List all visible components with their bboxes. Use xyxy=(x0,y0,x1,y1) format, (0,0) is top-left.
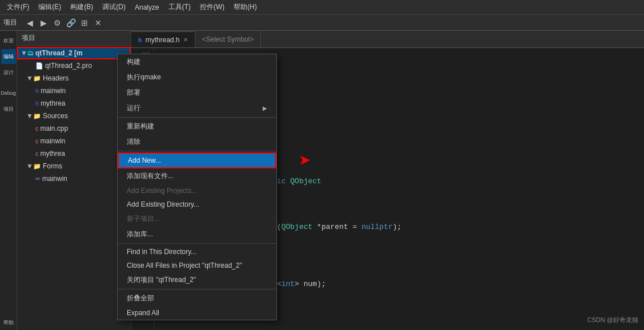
project-panel: 项目 ▼ 🗂 qtThread_2 [m 📄 qtThread_2.pro ▼ … xyxy=(17,31,131,330)
pro-icon: 📄 xyxy=(35,62,43,70)
tree-view[interactable]: ▼ 🗂 qtThread_2 [m 📄 qtThread_2.pro ▼ 📁 H… xyxy=(17,46,131,330)
tree-item-pro[interactable]: 📄 qtThread_2.pro xyxy=(17,59,131,72)
menu-controls[interactable]: 控件(W) xyxy=(195,1,229,13)
menu-build[interactable]: 构建(B) xyxy=(66,1,98,13)
menu-tools[interactable]: 工具(T) xyxy=(164,1,195,13)
root-icon: 🗂 xyxy=(27,50,34,57)
sidebar-icon-help[interactable]: 帮助 xyxy=(1,315,16,330)
tab-select-symbol[interactable]: <Select Symbol> xyxy=(195,31,261,47)
pro-label: qtThread_2.pro xyxy=(45,62,92,70)
menu-new-subproject: 新子项目... xyxy=(118,211,276,227)
sources-arrow: ▼ xyxy=(26,112,33,120)
menu-add-existing-dir[interactable]: Add Existing Directory... xyxy=(118,198,276,211)
menu-add-existing-file-label: 添加现有文件... xyxy=(127,171,174,181)
toolbar-layout-icon[interactable]: ⊞ xyxy=(79,17,90,29)
root-label: qtThread_2 [m xyxy=(35,49,83,57)
context-menu: 构建 执行qmake 部署 运行 ▶ 重新构建 清除 Add New... xyxy=(117,54,277,320)
tree-item-mainwin-cpp[interactable]: c mainwin xyxy=(17,135,131,147)
toolbar-back-icon[interactable]: ◀ xyxy=(24,17,35,29)
menu-run-label: 运行 xyxy=(127,103,140,113)
headers-label: Headers xyxy=(43,74,69,82)
menu-add-library-label: 添加库... xyxy=(127,230,153,239)
menu-close-all-files[interactable]: Close All Files in Project "qtThread_2" xyxy=(118,259,276,272)
toolbar-filter-icon[interactable]: ⚙ xyxy=(51,17,63,29)
tree-item-main-cpp[interactable]: c main.cpp xyxy=(17,122,131,135)
mainwin-ui-label: mainwin xyxy=(42,175,67,183)
forms-icon: 📁 xyxy=(33,163,41,170)
menu-add-library[interactable]: 添加库... xyxy=(118,227,276,242)
menu-file[interactable]: 文件(F) xyxy=(2,1,34,13)
panel-title: 项目 xyxy=(22,34,35,42)
headers-icon: 📁 xyxy=(33,75,41,82)
menubar: 文件(F) 编辑(E) 构建(B) 调试(D) Analyze 工具(T) 控件… xyxy=(0,0,644,15)
tree-item-mainwin-h[interactable]: h mainwin xyxy=(17,84,131,97)
mythrea-h-icon: h xyxy=(35,100,39,107)
mainwin-cpp-icon: c xyxy=(35,138,39,144)
code-line-25 xyxy=(161,324,637,330)
tree-item-mainwin-ui[interactable]: ✏ mainwin xyxy=(17,172,131,185)
main-layout: 欢迎 编辑 设计 Debug 项目 帮助 项目 ▼ 🗂 qtThread_2 [… xyxy=(0,31,644,330)
menu-expand-all[interactable]: Expand All xyxy=(118,306,276,320)
mainwin-cpp-label: mainwin xyxy=(41,137,66,145)
menu-add-existing-projects-label: Add Existing Projects... xyxy=(127,187,197,195)
separator-1 xyxy=(118,117,276,118)
tab-h-icon: h xyxy=(138,37,142,43)
menu-edit[interactable]: 编辑(E) xyxy=(34,1,66,13)
sidebar-icon-edit[interactable]: 编辑 xyxy=(1,49,16,64)
menu-collapse-all[interactable]: 折叠全部 xyxy=(118,291,276,306)
menu-qmake[interactable]: 执行qmake xyxy=(118,70,276,85)
run-submenu-arrow: ▶ xyxy=(263,105,267,111)
separator-3 xyxy=(118,243,276,244)
tree-item-sources[interactable]: ▼ 📁 Sources xyxy=(17,110,131,122)
tree-item-forms[interactable]: ▼ 📁 Forms xyxy=(17,160,131,172)
toolbar-close-icon[interactable]: ✕ xyxy=(92,17,104,29)
menu-add-existing-projects: Add Existing Projects... xyxy=(118,184,276,198)
menu-find-in-dir-label: Find in This Directory... xyxy=(127,248,196,256)
mythrea-cpp-icon: c xyxy=(35,150,39,157)
headers-arrow: ▼ xyxy=(26,74,33,82)
sources-icon: 📁 xyxy=(33,112,41,120)
tab-mythread-h-close[interactable]: ✕ xyxy=(183,37,188,43)
menu-close-project-label: 关闭项目 "qtThread_2" xyxy=(127,275,196,285)
sidebar-icon-debug[interactable]: Debug xyxy=(1,86,16,100)
menu-help[interactable]: 帮助(H) xyxy=(229,1,261,13)
tab-mythread-h[interactable]: h mythread.h ✕ xyxy=(131,31,195,47)
menu-deploy[interactable]: 部署 xyxy=(118,85,276,100)
tree-item-mythrea-cpp[interactable]: c mythrea xyxy=(17,147,131,160)
toolbar-forward-icon[interactable]: ▶ xyxy=(38,17,49,29)
toolbar-label: 项目 xyxy=(3,18,17,27)
panel-header: 项目 xyxy=(17,31,131,46)
forms-label: Forms xyxy=(43,162,62,170)
menu-clean[interactable]: 清除 xyxy=(118,134,276,150)
tree-item-headers[interactable]: ▼ 📁 Headers xyxy=(17,72,131,84)
menu-close-project[interactable]: 关闭项目 "qtThread_2" xyxy=(118,272,276,288)
menu-run[interactable]: 运行 ▶ xyxy=(118,100,276,116)
main-cpp-label: main.cpp xyxy=(41,124,69,132)
sidebar-icon-projects[interactable]: 项目 xyxy=(1,102,16,116)
menu-build[interactable]: 构建 xyxy=(118,54,276,70)
sidebar-icon-welcome[interactable]: 欢迎 xyxy=(1,33,16,48)
menu-rebuild-label: 重新构建 xyxy=(127,122,154,131)
sidebar-icon-design[interactable]: 设计 xyxy=(1,65,16,80)
tree-root[interactable]: ▼ 🗂 qtThread_2 [m xyxy=(17,47,131,59)
menu-expand-all-label: Expand All xyxy=(127,309,159,317)
mythrea-cpp-label: mythrea xyxy=(41,150,65,158)
menu-clean-label: 清除 xyxy=(127,137,140,147)
menu-add-new[interactable]: Add New... ➤ xyxy=(118,152,276,168)
toolbar-chain-icon[interactable]: 🔗 xyxy=(65,17,77,29)
separator-2 xyxy=(118,151,276,151)
mythrea-h-label: mythrea xyxy=(41,99,65,107)
menu-find-in-dir[interactable]: Find in This Directory... xyxy=(118,245,276,259)
tree-item-mythrea-h[interactable]: h mythrea xyxy=(17,97,131,110)
menu-rebuild[interactable]: 重新构建 xyxy=(118,119,276,134)
menu-debug[interactable]: 调试(D) xyxy=(98,1,130,13)
separator-4 xyxy=(118,289,276,289)
menu-add-existing-dir-label: Add Existing Directory... xyxy=(127,200,199,208)
tab-mythread-h-label: mythread.h xyxy=(146,36,180,44)
menu-add-new-label: Add New... xyxy=(128,156,161,164)
menu-add-existing-file[interactable]: 添加现有文件... xyxy=(118,168,276,184)
menu-collapse-all-label: 折叠全部 xyxy=(127,293,154,303)
left-sidebar: 欢迎 编辑 设计 Debug 项目 帮助 xyxy=(0,31,17,330)
mainwin-ui-icon: ✏ xyxy=(35,175,41,183)
menu-analyze[interactable]: Analyze xyxy=(130,2,164,13)
